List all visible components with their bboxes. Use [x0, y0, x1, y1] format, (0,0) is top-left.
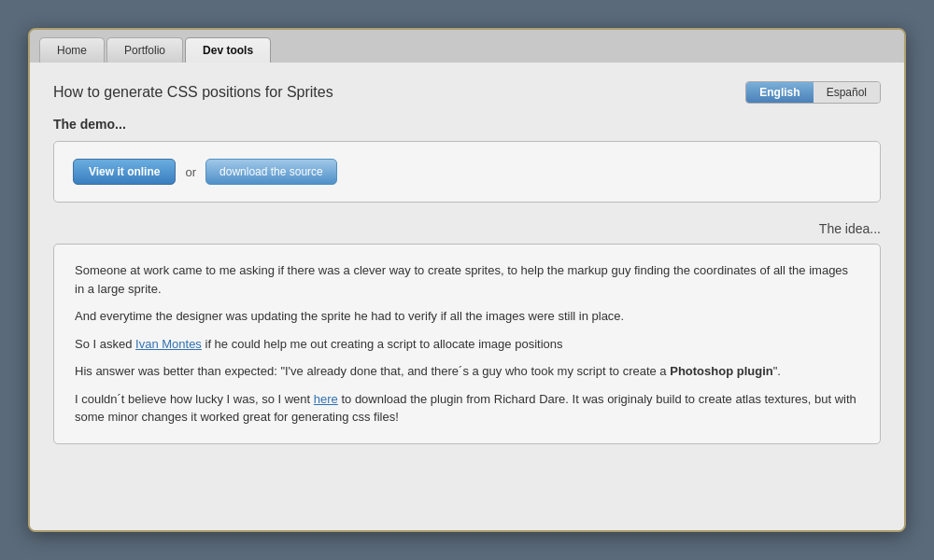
tab-bar: Home Portfolio Dev tools: [30, 30, 904, 63]
tab-devtools[interactable]: Dev tools: [185, 37, 271, 63]
idea-para-1: Someone at work came to me asking if the…: [75, 261, 859, 298]
lang-switcher: English Español: [745, 81, 881, 104]
idea-row: The idea...: [53, 221, 881, 236]
idea-heading: The idea...: [819, 221, 881, 236]
or-text: or: [185, 165, 196, 179]
here-link[interactable]: here: [314, 392, 338, 406]
app-window: Home Portfolio Dev tools How to generate…: [28, 28, 906, 532]
view-online-button[interactable]: View it online: [73, 159, 176, 185]
content-area: How to generate CSS positions for Sprite…: [30, 63, 904, 530]
tab-home[interactable]: Home: [39, 37, 105, 63]
idea-para-4: His answer was better than expected: "I'…: [75, 362, 859, 381]
idea-para-3: So I asked Ivan Montes if he could help …: [75, 335, 859, 354]
idea-para-2: And everytime the designer was updating …: [75, 307, 859, 326]
ivan-montes-link[interactable]: Ivan Montes: [135, 337, 202, 351]
download-source-button[interactable]: download the source: [205, 159, 337, 185]
lang-espanol-button[interactable]: Español: [814, 82, 880, 103]
page-title: How to generate CSS positions for Sprite…: [53, 84, 333, 101]
idea-para-5: I couldn´t believe how lucky I was, so I…: [75, 390, 859, 427]
demo-heading: The demo...: [53, 117, 881, 132]
idea-box: Someone at work came to me asking if the…: [53, 244, 881, 444]
tab-portfolio[interactable]: Portfolio: [106, 37, 183, 63]
header-row: How to generate CSS positions for Sprite…: [53, 81, 881, 104]
demo-box: View it online or download the source: [53, 141, 881, 203]
photoshop-plugin-text: Photoshop plugin: [670, 364, 772, 378]
lang-english-button[interactable]: English: [746, 82, 813, 103]
